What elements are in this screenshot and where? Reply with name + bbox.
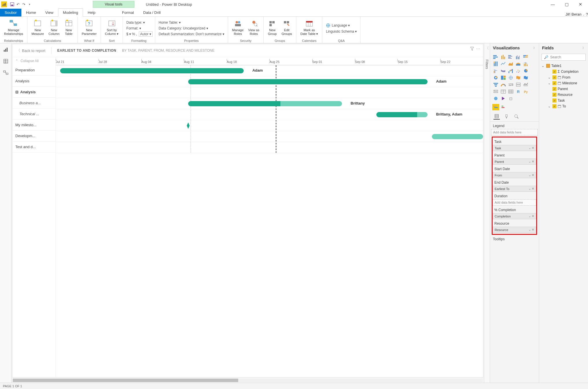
field-item[interactable]: ⌄✓To <box>541 103 586 109</box>
default-summarization-dropdown[interactable]: Default Summarization: Don't summarize ▾ <box>158 31 225 37</box>
data-view-button[interactable] <box>2 58 9 65</box>
tab-file[interactable]: Soubor <box>0 9 21 16</box>
new-table-button[interactable]: New Table <box>62 18 75 38</box>
card-icon[interactable]: 123 <box>507 81 514 88</box>
chevron-down-icon[interactable]: ⌄ <box>528 214 531 218</box>
new-group-button[interactable]: New Group <box>266 18 279 38</box>
close-button[interactable]: ✕ <box>576 0 585 8</box>
stacked-column-icon[interactable] <box>500 54 507 60</box>
qat-dropdown[interactable]: ▾ <box>27 2 32 7</box>
well-field-item[interactable]: Task⌄✕ <box>493 145 536 151</box>
format-tab-icon[interactable] <box>503 113 510 120</box>
task-row[interactable]: Business a... <box>12 98 56 109</box>
undo-button[interactable]: ↶ <box>15 2 21 7</box>
filled-map-icon[interactable] <box>515 75 522 81</box>
map-icon[interactable] <box>507 75 514 81</box>
checkbox-icon[interactable]: ✓ <box>552 98 556 103</box>
scatter-icon[interactable] <box>515 68 522 74</box>
well-field-item[interactable]: Resource⌄✕ <box>493 227 536 233</box>
gantt-bar[interactable] <box>60 68 244 73</box>
arcgis-icon[interactable] <box>492 95 499 102</box>
tab-modeling[interactable]: Modeling <box>58 8 83 17</box>
gantt-bar[interactable] <box>188 79 428 84</box>
chevron-down-icon[interactable]: ⌄ <box>528 173 531 177</box>
gantt-bar[interactable] <box>188 101 342 106</box>
legend-dropzone[interactable]: Add data fields here <box>491 129 538 135</box>
decimal-auto-field[interactable]: Autor ▾ <box>139 31 153 37</box>
task-row[interactable]: My milesto... <box>12 120 56 131</box>
checkbox-icon[interactable]: ✓ <box>552 87 556 91</box>
chevron-down-icon[interactable]: ⌄ <box>528 146 531 150</box>
task-group-row[interactable]: ⊟Analysis <box>12 87 56 98</box>
back-to-report-link[interactable]: 〈 Back to report <box>16 48 45 53</box>
currency-format-button[interactable]: $ ▾ % , <box>125 31 138 37</box>
task-row[interactable]: Developm... <box>12 131 56 142</box>
well-dropzone[interactable]: Add data fields here <box>493 199 536 206</box>
collapse-all-button[interactable]: ⌃ Collapse All <box>12 57 56 65</box>
python-visual-icon[interactable]: Py <box>522 88 529 95</box>
analytics-tab-icon[interactable] <box>513 113 519 120</box>
clustered-bar-icon[interactable] <box>507 54 514 60</box>
tab-data-drill[interactable]: Data / Drill <box>138 9 165 16</box>
fields-search-input[interactable]: 🔎 Search <box>541 54 586 61</box>
well-field-item[interactable]: Parent⌄✕ <box>493 159 536 165</box>
tab-help[interactable]: Help <box>83 9 100 16</box>
new-column-button[interactable]: New Column <box>47 18 61 38</box>
field-item[interactable]: ⌄✓From <box>541 75 586 80</box>
filters-tab[interactable]: Filters <box>484 51 489 78</box>
donut-icon[interactable] <box>492 75 499 81</box>
home-table-dropdown[interactable]: Home Table: ▾ <box>158 20 225 25</box>
help-icon[interactable]: ? <box>586 12 588 16</box>
language-dropdown[interactable]: Language ▾ <box>325 23 358 28</box>
powerapps-icon[interactable] <box>500 95 507 102</box>
remove-field-icon[interactable]: ✕ <box>532 160 534 163</box>
field-item[interactable]: ✓Parent <box>541 86 586 92</box>
clustered-column-icon[interactable] <box>515 54 522 60</box>
maximize-button[interactable]: ▢ <box>563 0 571 8</box>
slicer-icon[interactable] <box>492 88 499 95</box>
line-stacked-column-icon[interactable] <box>522 61 529 67</box>
save-button[interactable] <box>10 2 15 7</box>
multi-row-card-icon[interactable] <box>515 81 522 88</box>
task-row[interactable]: Analysis <box>12 76 56 87</box>
checkbox-icon[interactable]: ✓ <box>552 104 556 108</box>
custom-visual-icon[interactable] <box>500 104 507 110</box>
checkbox-icon[interactable]: ✓ <box>552 70 556 74</box>
field-item[interactable]: ⌄✓Milestone <box>541 80 586 86</box>
format-dropdown[interactable]: Format: ▾ <box>125 26 153 31</box>
field-item[interactable]: ✓ΣCompletion <box>541 69 586 75</box>
hundred-stacked-column-icon[interactable] <box>492 61 499 67</box>
ribbon-chart-icon[interactable] <box>500 68 507 74</box>
tab-view[interactable]: View <box>41 9 58 16</box>
sort-by-column-button[interactable]: Sort by Column ▾ <box>103 18 120 38</box>
mark-date-table-button[interactable]: Mark as Date Table ▾ <box>299 18 320 38</box>
field-item[interactable]: ✓Resource <box>541 92 586 98</box>
task-row[interactable]: Preparation <box>12 65 56 76</box>
well-field-item[interactable]: Earliest To⌄✕ <box>493 186 536 192</box>
remove-field-icon[interactable]: ✕ <box>532 187 534 191</box>
data-category-dropdown[interactable]: Data Category: Uncategorized ▾ <box>158 26 225 31</box>
minimize-button[interactable]: ― <box>549 0 557 8</box>
expand-filters-icon[interactable]: 〈 <box>484 43 490 51</box>
new-parameter-button[interactable]: ?New Parameter <box>80 18 98 38</box>
redo-button[interactable]: ↷ <box>21 2 26 7</box>
checkbox-icon[interactable]: ✓ <box>552 81 556 85</box>
kpi-icon[interactable] <box>522 81 529 88</box>
fields-tab-icon[interactable] <box>493 113 500 120</box>
chevron-down-icon[interactable]: ⌄ <box>528 187 531 191</box>
import-visual-icon[interactable]: ⋯ <box>507 95 514 102</box>
gauge-icon[interactable] <box>500 81 507 88</box>
checkbox-icon[interactable]: ✓ <box>552 93 556 97</box>
line-chart-icon[interactable] <box>500 61 507 67</box>
funnel-icon[interactable] <box>492 81 499 88</box>
manage-relationships-button[interactable]: Manage Relationships <box>2 18 25 38</box>
chevron-down-icon[interactable]: ⌄ <box>528 160 531 163</box>
user-label[interactable]: Jiří Beran ⌄ ? <box>565 12 588 16</box>
gantt-bar[interactable] <box>376 112 428 117</box>
table-item[interactable]: ⌄ Table1 <box>541 63 586 69</box>
area-chart-icon[interactable] <box>507 61 514 67</box>
linguistic-schema-dropdown[interactable]: Linguistic Schema ▾ <box>325 29 358 34</box>
well-field-item[interactable]: From⌄✕ <box>493 172 536 178</box>
waterfall-icon[interactable] <box>507 68 514 74</box>
remove-field-icon[interactable]: ✕ <box>532 214 534 218</box>
